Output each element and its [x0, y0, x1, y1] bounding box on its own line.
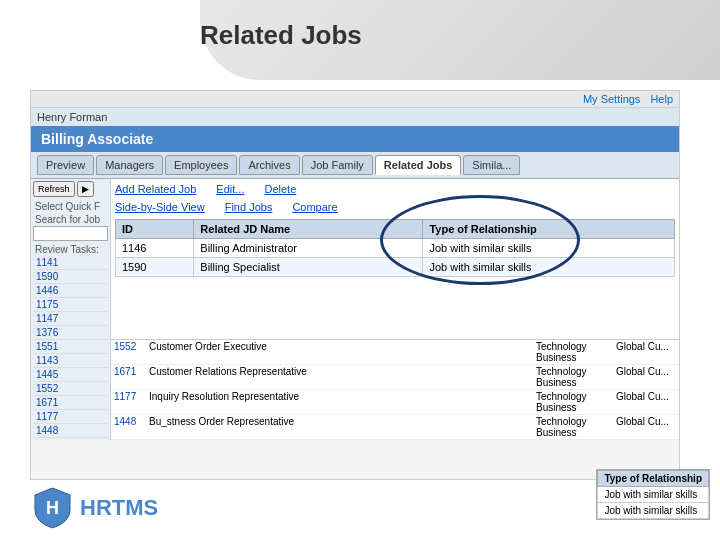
col-name: Related JD Name — [194, 220, 423, 239]
select-quick-label: Select Quick F — [33, 200, 108, 213]
table-row[interactable]: 1590 Billing Specialist Job with similar… — [116, 258, 675, 277]
billing-header: Billing Associate — [31, 126, 679, 152]
row-id: 1590 — [116, 258, 194, 277]
find-jobs-link[interactable]: Find Jobs — [225, 201, 273, 213]
bottom-list-area: 1552 Customer Order Executive Technology… — [111, 339, 679, 440]
tab-row: Preview Managers Employees Archives Job … — [31, 152, 679, 179]
row-type: Job with similar skills — [423, 239, 675, 258]
job-search-input[interactable] — [33, 226, 108, 241]
table-row[interactable]: 1146 Billing Administrator Job with simi… — [116, 239, 675, 258]
row-id: 1146 — [116, 239, 194, 258]
slide-container: Related Jobs My Settings Help Henry Form… — [0, 0, 720, 540]
sidebar-id-list: 1141 1590 1446 1175 1147 1376 1551 1143 … — [33, 256, 108, 438]
page-title: Related Jobs — [200, 20, 362, 51]
list-item[interactable]: 1448 — [33, 424, 108, 438]
bottom-list-row[interactable]: 1448 Bu_stness Order Representative Tech… — [111, 415, 679, 440]
overlay-row: Job with similar skills — [598, 503, 709, 519]
bottom-list-row[interactable]: 1177 Inquiry Resolution Representative T… — [111, 390, 679, 415]
col-id: ID — [116, 220, 194, 239]
edit-link[interactable]: Edit... — [216, 183, 244, 195]
list-item[interactable]: 1551 — [33, 340, 108, 354]
side-by-side-link[interactable]: Side-by-Side View — [115, 201, 205, 213]
list-item[interactable]: 1445 — [33, 368, 108, 382]
tab-preview[interactable]: Preview — [37, 155, 94, 175]
hrtms-logo-icon: H — [30, 485, 75, 530]
list-item[interactable]: 1671 — [33, 396, 108, 410]
tab-managers[interactable]: Managers — [96, 155, 163, 175]
review-tasks-label: Review Tasks: — [33, 243, 108, 256]
row-name: Billing Specialist — [194, 258, 423, 277]
related-jobs-table: ID Related JD Name Type of Relationship … — [115, 219, 675, 277]
row-type: Job with similar skills — [423, 258, 675, 277]
col-type: Type of Relationship — [423, 220, 675, 239]
user-row: Henry Forman — [31, 108, 679, 126]
tab-archives[interactable]: Archives — [239, 155, 299, 175]
list-item[interactable]: 1376 — [33, 326, 108, 340]
my-settings-link[interactable]: My Settings — [583, 93, 640, 105]
overlay-col-header: Type of Relationship — [598, 471, 709, 487]
list-item[interactable]: 1143 — [33, 354, 108, 368]
content-area: Refresh ▶ Select Quick F Search for Job … — [31, 179, 679, 440]
logo-text: HRTMS — [80, 495, 158, 521]
tab-related-jobs[interactable]: Related Jobs — [375, 155, 461, 175]
refresh-button[interactable]: Refresh — [33, 181, 75, 197]
bottom-list-row[interactable]: 1671 Customer Relations Representative T… — [111, 365, 679, 390]
sidebar-action-button[interactable]: ▶ — [77, 181, 94, 197]
bottom-list: 1552 Customer Order Executive Technology… — [111, 340, 679, 440]
tab-employees[interactable]: Employees — [165, 155, 237, 175]
list-item[interactable]: 1177 — [33, 410, 108, 424]
add-related-job-link[interactable]: Add Related Job — [115, 183, 196, 195]
action-row-2: Side-by-Side View Find Jobs Compare — [115, 201, 675, 213]
delete-link[interactable]: Delete — [264, 183, 296, 195]
svg-text:H: H — [46, 498, 59, 518]
app-area: My Settings Help Henry Forman Billing As… — [30, 90, 680, 480]
tab-similar[interactable]: Simila... — [463, 155, 520, 175]
list-item[interactable]: 1141 — [33, 256, 108, 270]
main-content: Add Related Job Edit... Delete Side-by-S… — [111, 179, 679, 339]
list-item[interactable]: 1175 — [33, 298, 108, 312]
action-row: Add Related Job Edit... Delete — [115, 183, 675, 195]
bottom-list-row[interactable]: 1552 Customer Order Executive Technology… — [111, 340, 679, 365]
list-item[interactable]: 1552 — [33, 382, 108, 396]
list-item[interactable]: 1446 — [33, 284, 108, 298]
overlay-value: Job with similar skills — [598, 487, 709, 503]
row-name: Billing Administrator — [194, 239, 423, 258]
search-label: Search for Job — [33, 213, 108, 226]
list-item[interactable]: 1590 — [33, 270, 108, 284]
user-name: Henry Forman — [37, 111, 107, 123]
overlay-value: Job with similar skills — [598, 503, 709, 519]
list-item[interactable]: 1147 — [33, 312, 108, 326]
help-link[interactable]: Help — [650, 93, 673, 105]
overlay-row: Job with similar skills — [598, 487, 709, 503]
tab-job-family[interactable]: Job Family — [302, 155, 373, 175]
top-bar: My Settings Help — [31, 91, 679, 108]
left-sidebar: Refresh ▶ Select Quick F Search for Job … — [31, 179, 111, 440]
compare-link[interactable]: Compare — [292, 201, 337, 213]
logo-area: H HRTMS — [30, 485, 158, 530]
bottom-overlay-table: Type of Relationship Job with similar sk… — [596, 469, 710, 520]
